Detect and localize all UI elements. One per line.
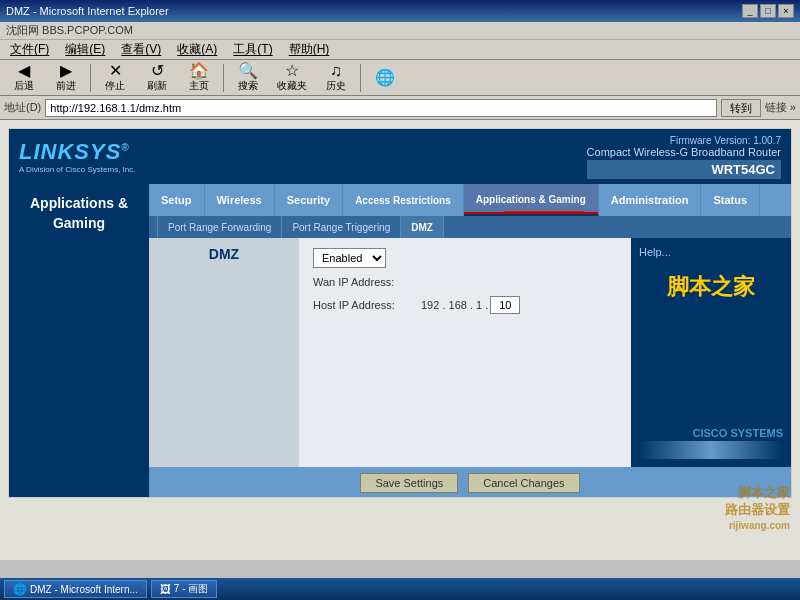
- search-icon: 🔍: [238, 63, 258, 79]
- taskbar-item-ie[interactable]: 🌐 DMZ - Microsoft Intern...: [4, 580, 147, 598]
- watermark-line1: 脚本之家: [725, 485, 790, 502]
- window-controls: _ □ ×: [742, 4, 794, 18]
- menu-view[interactable]: 查看(V): [115, 40, 167, 59]
- refresh-icon: ↺: [151, 63, 164, 79]
- maximize-button[interactable]: □: [760, 4, 776, 18]
- subtab-port-range-forwarding[interactable]: Port Range Forwarding: [157, 216, 282, 238]
- taskbar: 🌐 DMZ - Microsoft Intern... 🖼 7 - 画图: [0, 578, 800, 600]
- refresh-button[interactable]: ↺ 刷新: [137, 60, 177, 96]
- tab-access-restrictions[interactable]: Access Restrictions: [343, 184, 464, 216]
- router-page: LINKSYS® A Division of Cisco Systems, In…: [8, 128, 792, 498]
- menu-tools[interactable]: 工具(T): [227, 40, 278, 59]
- home-icon: 🏠: [189, 63, 209, 79]
- firmware-version: Firmware Version: 1.00.7: [587, 135, 781, 146]
- cancel-changes-button[interactable]: Cancel Changes: [468, 473, 579, 493]
- search-button[interactable]: 🔍 搜索: [228, 60, 268, 96]
- watermark-url: rijiwang.com: [725, 519, 790, 532]
- top-site-bar: 沈阳网 BBS.PCPOP.COM: [0, 22, 800, 40]
- tab-status[interactable]: Status: [701, 184, 760, 216]
- watermark: 脚本之家 路由器设置 rijiwang.com: [725, 485, 790, 532]
- page-body: Applications & Gaming Setup Wireless Sec…: [9, 184, 791, 498]
- tab-underline-indicator: [504, 211, 584, 213]
- tab-security[interactable]: Security: [275, 184, 343, 216]
- close-button[interactable]: ×: [778, 4, 794, 18]
- tab-administration[interactable]: Administration: [599, 184, 702, 216]
- enabled-select[interactable]: Enabled Disabled: [313, 248, 386, 268]
- stop-button[interactable]: ✕ 停止: [95, 60, 135, 96]
- cisco-logo: CISCO SYSTEMS: [639, 427, 783, 459]
- media-button[interactable]: ♫ 历史: [316, 60, 356, 96]
- ip-last-input[interactable]: [490, 296, 520, 314]
- page-content: DMZ Enabled Disabled Wan IP Address:: [149, 238, 791, 467]
- buttons-area: Save Settings Cancel Changes: [149, 467, 791, 498]
- star-icon: ☆: [285, 63, 299, 79]
- router-model: WRT54GC: [587, 160, 781, 179]
- window-title-bar: DMZ - Microsoft Internet Explorer _ □ ×: [0, 0, 800, 22]
- cisco-bar: [639, 441, 783, 459]
- favorites-button[interactable]: ☆ 收藏夹: [270, 60, 314, 96]
- router-name: Compact Wireless-G Broadband Router: [587, 146, 781, 158]
- window-title-text: DMZ - Microsoft Internet Explorer: [6, 5, 169, 17]
- content-right: Help... 脚本之家 CISCO SYSTEMS: [631, 238, 791, 467]
- tab-applications-gaming[interactable]: Applications & Gaming: [464, 184, 599, 216]
- watermark-line2: 路由器设置: [725, 502, 790, 519]
- media-icon: ♫: [330, 63, 342, 79]
- section-title: DMZ: [209, 246, 239, 262]
- header-right: Firmware Version: 1.00.7 Compact Wireles…: [587, 135, 781, 179]
- content-left: DMZ: [149, 238, 299, 467]
- menu-edit[interactable]: 编辑(E): [59, 40, 111, 59]
- toolbar-separator-2: [223, 64, 224, 92]
- nav-tabs: Setup Wireless Security Access Restricti…: [149, 184, 791, 216]
- sub-tabs: Port Range Forwarding Port Range Trigger…: [149, 216, 791, 238]
- menu-file[interactable]: 文件(F): [4, 40, 55, 59]
- subtab-port-range-triggering[interactable]: Port Range Triggering: [282, 216, 401, 238]
- page-header: LINKSYS® A Division of Cisco Systems, In…: [9, 129, 791, 184]
- cisco-text: CISCO SYSTEMS: [639, 427, 783, 439]
- tab-wireless[interactable]: Wireless: [205, 184, 275, 216]
- back-button[interactable]: ◀ 后退: [4, 60, 44, 96]
- host-ip-group: Host IP Address: 192 . 168 . 1 .: [313, 296, 617, 314]
- links-label: 链接 »: [765, 100, 796, 115]
- address-label: 地址(D): [4, 100, 41, 115]
- enabled-group: Enabled Disabled: [313, 248, 617, 268]
- wan-ip-label: Wan IP Address:: [313, 276, 413, 288]
- address-bar: 地址(D) 转到 链接 »: [0, 96, 800, 120]
- wan-ip-group: Wan IP Address:: [313, 276, 617, 288]
- paint-icon: 🖼: [160, 583, 171, 595]
- main-content: Setup Wireless Security Access Restricti…: [149, 184, 791, 498]
- left-sidebar: Applications & Gaming: [9, 184, 149, 498]
- address-input[interactable]: [45, 99, 717, 117]
- site-url: 沈阳网 BBS.PCPOP.COM: [6, 24, 133, 36]
- linksys-logo: LINKSYS® A Division of Cisco Systems, In…: [19, 139, 135, 174]
- go-button[interactable]: 转到: [721, 99, 761, 117]
- menu-favorites[interactable]: 收藏(A): [171, 40, 223, 59]
- globe-icon: 🌐: [375, 70, 395, 86]
- home-button[interactable]: 🏠 主页: [179, 60, 219, 96]
- tab-setup[interactable]: Setup: [149, 184, 205, 216]
- brand-name: LINKSYS®: [19, 139, 135, 165]
- map-button[interactable]: 🌐: [365, 67, 405, 89]
- subtab-dmz[interactable]: DMZ: [401, 216, 444, 238]
- taskbar-item-paint[interactable]: 🖼 7 - 画图: [151, 580, 217, 598]
- toolbar: ◀ 后退 ▶ 前进 ✕ 停止 ↺ 刷新 🏠 主页 🔍 搜索 ☆ 收藏夹 ♫ 历史…: [0, 60, 800, 96]
- minimize-button[interactable]: _: [742, 4, 758, 18]
- ip-prefix: 192 . 168 . 1 .: [421, 299, 488, 311]
- brand-subtitle: A Division of Cisco Systems, Inc.: [19, 165, 135, 174]
- save-settings-button[interactable]: Save Settings: [360, 473, 458, 493]
- host-ip-field: 192 . 168 . 1 .: [421, 296, 520, 314]
- content-main: Enabled Disabled Wan IP Address: Host IP…: [299, 238, 631, 467]
- host-ip-label: Host IP Address:: [313, 299, 413, 311]
- chinese-help-text: 脚本之家: [639, 272, 783, 302]
- toolbar-separator-1: [90, 64, 91, 92]
- forward-icon: ▶: [60, 63, 72, 79]
- stop-icon: ✕: [109, 63, 122, 79]
- help-title: Help...: [639, 246, 783, 258]
- menu-bar: 文件(F) 编辑(E) 查看(V) 收藏(A) 工具(T) 帮助(H): [0, 40, 800, 60]
- back-icon: ◀: [18, 63, 30, 79]
- forward-button[interactable]: ▶ 前进: [46, 60, 86, 96]
- toolbar-separator-3: [360, 64, 361, 92]
- ie-icon: 🌐: [13, 583, 27, 596]
- sidebar-title: Applications & Gaming: [9, 194, 149, 233]
- menu-help[interactable]: 帮助(H): [283, 40, 336, 59]
